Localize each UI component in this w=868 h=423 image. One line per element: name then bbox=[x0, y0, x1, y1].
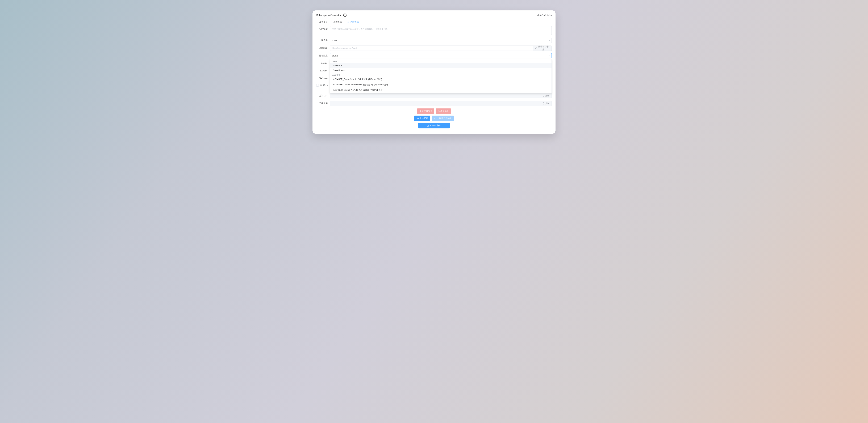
remote-select-wrap: Steve StevePro SteveProMax ACL4SSR ACL4S… bbox=[330, 53, 552, 58]
link-icon bbox=[535, 47, 537, 49]
label-sublink: 订阅链接: bbox=[316, 26, 328, 30]
button-row-1: 生成订阅链接 生成短链接 bbox=[417, 108, 451, 114]
gen-sub-label: 生成订阅链接 bbox=[420, 110, 432, 113]
goto-repo-button[interactable]: 前往项目仓库 bbox=[533, 46, 552, 51]
copy-short-url-button[interactable]: 复制 bbox=[540, 101, 552, 106]
custom-sub-output bbox=[330, 93, 552, 98]
parse-url-label: 从 URL 解析 bbox=[430, 124, 441, 127]
copy-icon bbox=[427, 124, 429, 127]
version-text: v0.7.2-a7e441a bbox=[537, 14, 552, 16]
radio-basic[interactable]: 基础模式 bbox=[330, 21, 342, 24]
custom-sub-control: 复制 bbox=[330, 93, 552, 98]
circle-icon bbox=[330, 21, 332, 23]
backend-input[interactable] bbox=[330, 46, 533, 51]
output-checkbox-label: 输出为 N bbox=[320, 84, 328, 87]
cloud-upload-icon bbox=[416, 117, 419, 119]
short-url-control: 复制 bbox=[330, 101, 552, 106]
copy-label: 复制 bbox=[545, 94, 550, 97]
label-remote: 远程配置: bbox=[316, 53, 328, 57]
dropdown-item-acl-adblock[interactable]: ACL4SSR_Online_AdblockPlus 更多去广告 (与Githu… bbox=[330, 82, 552, 87]
row-remote: 远程配置: Steve StevePro SteveProMax ACL4SSR… bbox=[316, 53, 552, 58]
mode-radio-group: 基础模式 进阶模式 bbox=[330, 20, 552, 24]
copy-custom-sub-button[interactable]: 复制 bbox=[540, 93, 552, 98]
copy-label: 复制 bbox=[545, 102, 550, 105]
label-custom-sub: 定制订阅: bbox=[316, 93, 328, 97]
label-mode: 模式设置: bbox=[316, 20, 328, 24]
label-short-url: 订阅短链: bbox=[316, 101, 328, 105]
label-filename: FileName: bbox=[316, 76, 328, 80]
label-exclude: Exclude: bbox=[316, 68, 328, 72]
button-row-3: 从 URL 解析 bbox=[418, 123, 450, 129]
radio-advanced-label: 进阶模式 bbox=[350, 21, 359, 24]
app-title: Subscription Converter bbox=[316, 14, 341, 17]
dropdown-item-acl-online[interactable]: ACL4SSR_Online 默认版 分组比较全 (与Github同步) bbox=[330, 77, 552, 82]
radio-basic-label: 基础模式 bbox=[333, 21, 342, 24]
goto-repo-label: 前往项目仓库 bbox=[538, 45, 549, 51]
dropdown-item-stevepro[interactable]: StevePro bbox=[330, 63, 552, 68]
row-sublink: 订阅链接: bbox=[316, 26, 552, 35]
row-short-url: 订阅短链: 复制 bbox=[316, 101, 552, 106]
circle-icon bbox=[347, 21, 349, 23]
radio-advanced[interactable]: 进阶模式 bbox=[347, 21, 359, 24]
main-card: Subscription Converter v0.7.2-a7e441a 模式… bbox=[312, 10, 556, 134]
row-mode: 模式设置: 基础模式 进阶模式 bbox=[316, 20, 552, 24]
generate-short-button[interactable]: 生成短链接 bbox=[436, 108, 451, 114]
copy-icon bbox=[542, 102, 545, 105]
sublink-textarea[interactable] bbox=[330, 26, 552, 35]
link-icon bbox=[434, 117, 436, 119]
parse-url-button[interactable]: 从 URL 解析 bbox=[418, 123, 450, 129]
remote-dropdown: Steve StevePro SteveProMax ACL4SSR ACL4S… bbox=[330, 59, 552, 93]
copy-icon bbox=[542, 95, 545, 97]
dropdown-item-stevepromax[interactable]: SteveProMax bbox=[330, 68, 552, 73]
generate-sub-button[interactable]: 生成订阅链接 bbox=[417, 108, 434, 114]
button-rows: 生成订阅链接 生成短链接 上传配置 一键导入 Clash 从 URL 解析 bbox=[316, 108, 552, 129]
backend-control: 前往项目仓库 bbox=[330, 46, 552, 51]
dropdown-group-acl4ssr: ACL4SSR bbox=[330, 73, 552, 77]
import-clash-label: 一键导入 Clash bbox=[437, 117, 452, 120]
import-clash-button[interactable]: 一键导入 Clash bbox=[432, 116, 454, 121]
label-include: Include: bbox=[316, 61, 328, 64]
short-url-output bbox=[330, 101, 552, 106]
row-client: 客户端: bbox=[316, 38, 552, 43]
row-backend: 后端地址: 前往项目仓库 bbox=[316, 46, 552, 51]
button-row-2: 上传配置 一键导入 Clash bbox=[414, 116, 454, 121]
output-checkbox[interactable] bbox=[316, 84, 319, 87]
client-select[interactable] bbox=[330, 38, 552, 43]
label-backend: 后端地址: bbox=[316, 46, 328, 50]
dropdown-group-steve: Steve bbox=[330, 59, 552, 63]
client-select-wrap bbox=[330, 38, 552, 43]
upload-config-button[interactable]: 上传配置 bbox=[414, 116, 430, 121]
gen-short-label: 生成短链接 bbox=[438, 110, 448, 113]
row-custom-sub: 定制订阅: 复制 bbox=[316, 93, 552, 98]
sublink-control bbox=[330, 26, 552, 35]
remote-select[interactable] bbox=[330, 53, 552, 58]
dropdown-item-acl-noauto[interactable]: ACL4SSR_Online_NoAuto 无自动测速 (与Github同步) bbox=[330, 87, 552, 93]
upload-label: 上传配置 bbox=[420, 117, 428, 120]
header-left: Subscription Converter bbox=[316, 13, 346, 17]
github-icon[interactable] bbox=[343, 13, 346, 17]
header: Subscription Converter v0.7.2-a7e441a bbox=[316, 13, 552, 17]
label-client: 客户端: bbox=[316, 38, 328, 42]
